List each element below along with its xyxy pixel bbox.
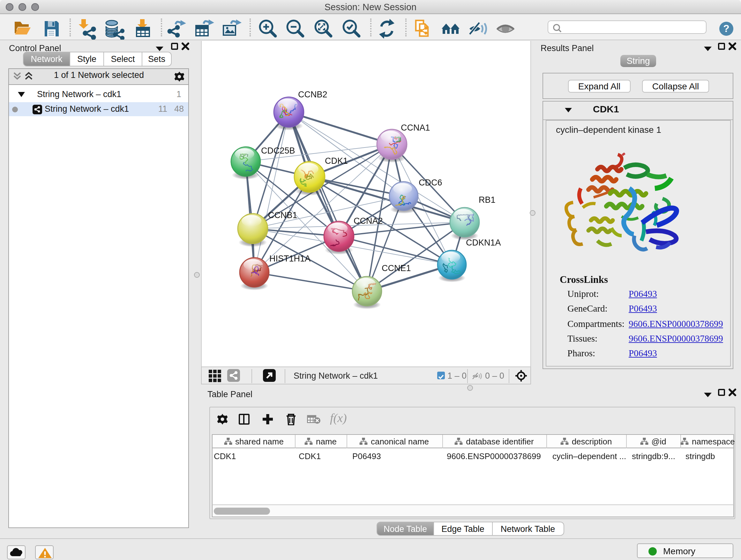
svg-text:CCNA1: CCNA1	[401, 123, 430, 132]
svg-text:CCNE1: CCNE1	[382, 263, 411, 273]
svg-text:CDC6: CDC6	[419, 178, 442, 187]
svg-text:CDC25B: CDC25B	[261, 145, 295, 155]
svg-text:RB1: RB1	[479, 195, 495, 204]
svg-text:CCNA2: CCNA2	[354, 216, 383, 226]
svg-text:CCNB1: CCNB1	[268, 210, 297, 220]
svg-text:HIST1H1A: HIST1H1A	[269, 253, 311, 263]
svg-text:CCNB2: CCNB2	[298, 89, 327, 99]
svg-text:CDKN1A: CDKN1A	[466, 238, 501, 247]
svg-text:CDK1: CDK1	[325, 156, 348, 165]
